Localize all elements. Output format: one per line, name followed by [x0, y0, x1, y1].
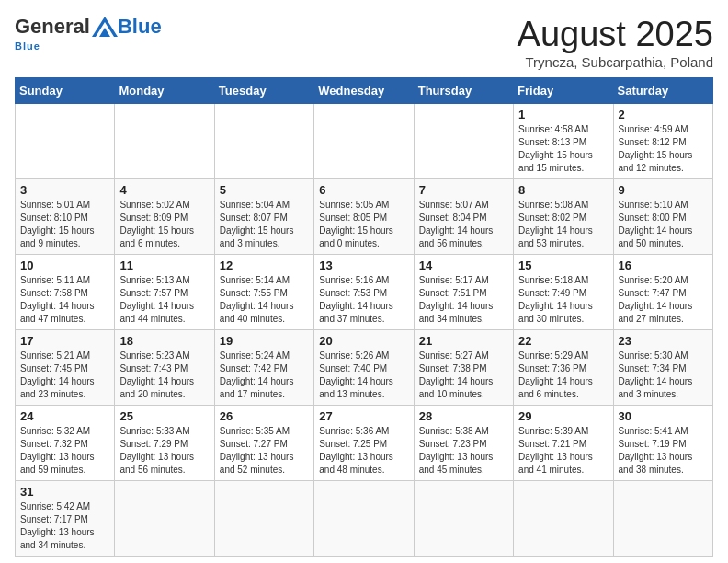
day-number: 3 [20, 183, 109, 197]
calendar-cell [414, 481, 513, 557]
day-info: Sunrise: 5:42 AM Sunset: 7:17 PM Dayligh… [20, 500, 109, 552]
calendar-cell: 19Sunrise: 5:24 AM Sunset: 7:42 PM Dayli… [214, 330, 313, 406]
day-number: 12 [220, 259, 309, 272]
calendar-cell [214, 104, 313, 179]
day-info: Sunrise: 4:58 AM Sunset: 8:13 PM Dayligh… [518, 123, 608, 175]
day-number: 21 [419, 334, 508, 348]
calendar-cell [314, 481, 414, 557]
calendar-cell: 10Sunrise: 5:11 AM Sunset: 7:58 PM Dayli… [16, 255, 115, 330]
day-info: Sunrise: 5:30 AM Sunset: 7:34 PM Dayligh… [619, 350, 708, 401]
calendar-cell: 3Sunrise: 5:01 AM Sunset: 8:10 PM Daylig… [16, 179, 115, 255]
calendar-cell: 17Sunrise: 5:21 AM Sunset: 7:45 PM Dayli… [16, 330, 115, 406]
day-number: 6 [319, 183, 408, 197]
day-number: 15 [518, 259, 608, 272]
calendar-header-row: SundayMondayTuesdayWednesdayThursdayFrid… [16, 78, 713, 104]
day-info: Sunrise: 4:59 AM Sunset: 8:12 PM Dayligh… [619, 123, 708, 175]
weekday-header-sunday: Sunday [16, 78, 115, 104]
calendar-table: SundayMondayTuesdayWednesdayThursdayFrid… [15, 77, 713, 557]
day-info: Sunrise: 5:36 AM Sunset: 7:25 PM Dayligh… [319, 425, 408, 477]
day-number: 11 [119, 259, 209, 272]
calendar-cell: 5Sunrise: 5:04 AM Sunset: 8:07 PM Daylig… [214, 179, 313, 255]
month-title: August 2025 [518, 15, 713, 54]
weekday-header-tuesday: Tuesday [214, 78, 313, 104]
day-info: Sunrise: 5:23 AM Sunset: 7:43 PM Dayligh… [119, 350, 209, 401]
day-info: Sunrise: 5:33 AM Sunset: 7:29 PM Dayligh… [119, 425, 209, 477]
day-info: Sunrise: 5:14 AM Sunset: 7:55 PM Dayligh… [220, 274, 309, 326]
day-number: 2 [619, 108, 708, 121]
day-info: Sunrise: 5:11 AM Sunset: 7:58 PM Dayligh… [20, 274, 109, 326]
calendar-cell: 8Sunrise: 5:08 AM Sunset: 8:02 PM Daylig… [514, 179, 613, 255]
calendar-cell: 13Sunrise: 5:16 AM Sunset: 7:53 PM Dayli… [314, 255, 414, 330]
location-title: Tryncza, Subcarpathia, Poland [518, 54, 713, 70]
day-number: 7 [419, 183, 508, 197]
logo-tagline: Blue [15, 40, 40, 52]
calendar-week-row: 24Sunrise: 5:32 AM Sunset: 7:32 PM Dayli… [16, 406, 713, 481]
day-number: 1 [518, 108, 608, 121]
title-area: August 2025 Tryncza, Subcarpathia, Polan… [518, 15, 713, 70]
calendar-cell: 16Sunrise: 5:20 AM Sunset: 7:47 PM Dayli… [613, 255, 712, 330]
day-number: 17 [20, 334, 109, 348]
calendar-cell [314, 104, 414, 179]
logo-icon [92, 17, 118, 37]
calendar-cell: 24Sunrise: 5:32 AM Sunset: 7:32 PM Dayli… [16, 406, 115, 481]
day-number: 26 [220, 409, 309, 423]
weekday-header-thursday: Thursday [414, 78, 513, 104]
day-info: Sunrise: 5:26 AM Sunset: 7:40 PM Dayligh… [319, 350, 408, 401]
day-info: Sunrise: 5:18 AM Sunset: 7:49 PM Dayligh… [518, 274, 608, 326]
day-number: 23 [619, 334, 708, 348]
calendar-cell: 18Sunrise: 5:23 AM Sunset: 7:43 PM Dayli… [115, 330, 214, 406]
day-info: Sunrise: 5:04 AM Sunset: 8:07 PM Dayligh… [220, 199, 309, 250]
calendar-cell: 6Sunrise: 5:05 AM Sunset: 8:05 PM Daylig… [314, 179, 414, 255]
calendar-cell: 15Sunrise: 5:18 AM Sunset: 7:49 PM Dayli… [514, 255, 613, 330]
day-info: Sunrise: 5:24 AM Sunset: 7:42 PM Dayligh… [220, 350, 309, 401]
calendar-cell: 23Sunrise: 5:30 AM Sunset: 7:34 PM Dayli… [613, 330, 712, 406]
calendar-cell: 11Sunrise: 5:13 AM Sunset: 7:57 PM Dayli… [115, 255, 214, 330]
calendar-cell: 28Sunrise: 5:38 AM Sunset: 7:23 PM Dayli… [414, 406, 513, 481]
calendar-cell: 1Sunrise: 4:58 AM Sunset: 8:13 PM Daylig… [514, 104, 613, 179]
calendar-cell: 27Sunrise: 5:36 AM Sunset: 7:25 PM Dayli… [314, 406, 414, 481]
calendar-cell: 29Sunrise: 5:39 AM Sunset: 7:21 PM Dayli… [514, 406, 613, 481]
day-number: 13 [319, 259, 408, 272]
calendar-cell: 26Sunrise: 5:35 AM Sunset: 7:27 PM Dayli… [214, 406, 313, 481]
calendar-cell [214, 481, 313, 557]
calendar-cell [514, 481, 613, 557]
calendar-week-row: 1Sunrise: 4:58 AM Sunset: 8:13 PM Daylig… [16, 104, 713, 179]
calendar-cell: 9Sunrise: 5:10 AM Sunset: 8:00 PM Daylig… [613, 179, 712, 255]
calendar-cell: 20Sunrise: 5:26 AM Sunset: 7:40 PM Dayli… [314, 330, 414, 406]
day-number: 8 [518, 183, 608, 197]
calendar-cell [16, 104, 115, 179]
calendar-cell: 7Sunrise: 5:07 AM Sunset: 8:04 PM Daylig… [414, 179, 513, 255]
day-info: Sunrise: 5:41 AM Sunset: 7:19 PM Dayligh… [619, 425, 708, 477]
day-number: 14 [419, 259, 508, 272]
calendar-cell [613, 481, 712, 557]
calendar-cell: 12Sunrise: 5:14 AM Sunset: 7:55 PM Dayli… [214, 255, 313, 330]
day-info: Sunrise: 5:10 AM Sunset: 8:00 PM Dayligh… [619, 199, 708, 250]
day-info: Sunrise: 5:13 AM Sunset: 7:57 PM Dayligh… [119, 274, 209, 326]
day-number: 9 [619, 183, 708, 197]
day-number: 16 [619, 259, 708, 272]
weekday-header-monday: Monday [115, 78, 214, 104]
logo-general-text: General [15, 15, 90, 39]
weekday-header-friday: Friday [514, 78, 613, 104]
day-info: Sunrise: 5:27 AM Sunset: 7:38 PM Dayligh… [419, 350, 508, 401]
day-number: 24 [20, 409, 109, 423]
day-number: 10 [20, 259, 109, 272]
day-info: Sunrise: 5:38 AM Sunset: 7:23 PM Dayligh… [419, 425, 508, 477]
calendar-cell: 4Sunrise: 5:02 AM Sunset: 8:09 PM Daylig… [115, 179, 214, 255]
calendar-cell: 31Sunrise: 5:42 AM Sunset: 7:17 PM Dayli… [16, 481, 115, 557]
day-info: Sunrise: 5:16 AM Sunset: 7:53 PM Dayligh… [319, 274, 408, 326]
day-number: 27 [319, 409, 408, 423]
calendar-cell [115, 481, 214, 557]
weekday-header-wednesday: Wednesday [314, 78, 414, 104]
calendar-week-row: 17Sunrise: 5:21 AM Sunset: 7:45 PM Dayli… [16, 330, 713, 406]
day-number: 5 [220, 183, 309, 197]
weekday-header-saturday: Saturday [613, 78, 712, 104]
logo: General Blue [15, 15, 162, 39]
calendar-cell: 30Sunrise: 5:41 AM Sunset: 7:19 PM Dayli… [613, 406, 712, 481]
calendar-cell [414, 104, 513, 179]
day-info: Sunrise: 5:32 AM Sunset: 7:32 PM Dayligh… [20, 425, 109, 477]
day-info: Sunrise: 5:17 AM Sunset: 7:51 PM Dayligh… [419, 274, 508, 326]
day-number: 22 [518, 334, 608, 348]
day-info: Sunrise: 5:21 AM Sunset: 7:45 PM Dayligh… [20, 350, 109, 401]
day-number: 20 [319, 334, 408, 348]
